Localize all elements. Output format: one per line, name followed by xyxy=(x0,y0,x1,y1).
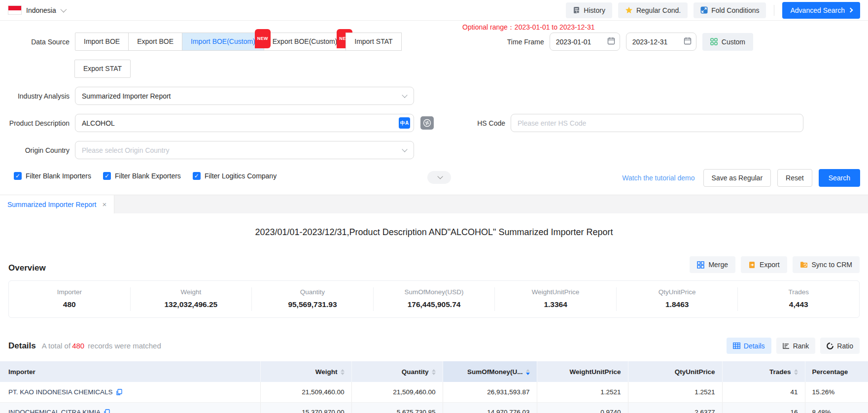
calendar-icon xyxy=(684,37,692,45)
filter-blank-exporters-checkbox[interactable]: ✓ Filter Blank Exporters xyxy=(103,172,181,180)
search-form: Optional range：2023-01-01 to 2023-12-31 … xyxy=(0,21,868,188)
cell-wup: 1.2521 xyxy=(537,382,628,402)
result-tab-summarized-importer-report[interactable]: Summarized Importer Report × xyxy=(0,195,114,213)
report-title: 2023/01/01-2023/12/31,Product Descriptio… xyxy=(0,227,868,238)
checkbox-checked-icon: ✓ xyxy=(103,172,111,180)
stat-importer: Importer480 xyxy=(9,287,130,311)
cell-weight: 21,509,460.00 xyxy=(260,382,351,402)
tab-import-boe[interactable]: Import BOE xyxy=(75,33,129,51)
tutorial-demo-link[interactable]: Watch the tutorial demo xyxy=(622,174,694,182)
advanced-search-button[interactable]: Advanced Search xyxy=(782,2,860,19)
indonesia-flag-icon xyxy=(8,5,22,15)
cell-weight: 15,370,870.00 xyxy=(260,402,351,413)
merge-button[interactable]: Merge xyxy=(690,256,735,273)
col-trades[interactable]: Trades xyxy=(722,361,805,382)
product-description-input[interactable] xyxy=(75,114,414,132)
view-switcher: Details Rank Ratio xyxy=(727,338,860,354)
details-heading-group: Details A total of480 records were match… xyxy=(8,341,161,351)
date-from-field[interactable] xyxy=(550,33,620,51)
translate-icon[interactable]: 中A xyxy=(399,117,410,129)
hs-code-input[interactable] xyxy=(511,114,803,132)
importer-name-link[interactable]: PT. KAO INDONESIA CHEMICALS xyxy=(8,388,113,396)
top-bar: Indonesia History Regular Cond. Fold Con… xyxy=(0,0,868,21)
copy-icon[interactable] xyxy=(116,389,122,395)
origin-country-select[interactable] xyxy=(75,141,414,159)
expand-conditions-button[interactable] xyxy=(427,171,451,184)
overview-heading: Overview xyxy=(8,263,46,273)
custom-range-button[interactable]: Custom xyxy=(702,33,753,51)
star-icon xyxy=(625,6,633,14)
overview-actions: Merge Export Sync to CRM xyxy=(690,256,860,273)
data-source-tabs: Import BOE Export BOE Import BOE(Custom)… xyxy=(75,33,402,51)
stat-weight: Weight132,032,496.25 xyxy=(130,287,252,311)
chevron-down-icon xyxy=(60,6,67,13)
history-button[interactable]: History xyxy=(566,2,612,18)
save-as-regular-button[interactable]: Save as Regular xyxy=(703,169,771,187)
form-actions: Watch the tutorial demo Save as Regular … xyxy=(622,169,860,187)
rank-icon xyxy=(783,343,790,349)
optional-range-text: Optional range：2023-01-01 to 2023-12-31 xyxy=(462,23,595,32)
export-button[interactable]: Export xyxy=(741,256,787,273)
filter-blank-importers-checkbox[interactable]: ✓ Filter Blank Importers xyxy=(14,172,91,180)
search-button[interactable]: Search xyxy=(819,169,860,187)
view-rank-button[interactable]: Rank xyxy=(776,338,816,354)
cell-wup: 0.9740 xyxy=(537,402,628,413)
checkbox-checked-icon: ✓ xyxy=(14,172,22,180)
tab-import-stat[interactable]: Import STAT xyxy=(346,33,401,51)
result-tab-bar: Summarized Importer Report × xyxy=(0,195,868,213)
filter-checkboxes: ✓ Filter Blank Importers ✓ Filter Blank … xyxy=(14,172,277,180)
reset-button[interactable]: Reset xyxy=(777,169,812,187)
cell-qup: 1.2521 xyxy=(628,382,722,402)
col-weight[interactable]: Weight xyxy=(260,361,351,382)
country-selector[interactable]: Indonesia xyxy=(8,5,65,15)
details-heading: Details xyxy=(8,341,36,351)
industry-analysis-value[interactable] xyxy=(75,87,414,105)
regular-cond-button[interactable]: Regular Cond. xyxy=(618,2,688,18)
folder-sync-icon xyxy=(800,261,808,268)
stat-trades: Trades4,443 xyxy=(737,287,859,311)
col-quantity[interactable]: Quantity xyxy=(351,361,443,382)
chevron-down-icon xyxy=(437,173,443,179)
tab-export-boe[interactable]: Export BOE xyxy=(128,33,182,51)
importer-name-link[interactable]: INDOCHEMICAL CITRA KIMIA xyxy=(8,409,101,413)
product-description-label: Product Description xyxy=(0,119,75,127)
cell-percentage: 8.48% xyxy=(805,402,868,413)
history-icon xyxy=(573,6,580,14)
tab-import-boe-custom[interactable]: Import BOE(Custom)NEW xyxy=(182,33,264,51)
stat-quantity: Quantity95,569,731.93 xyxy=(251,287,373,311)
sort-icon-active[interactable] xyxy=(526,369,530,375)
new-badge: NEW xyxy=(255,29,271,48)
sync-to-crm-button[interactable]: Sync to CRM xyxy=(793,256,860,273)
col-qty-unit-price: QtyUnitPrice xyxy=(628,361,722,382)
custom-icon xyxy=(710,38,718,45)
stat-weight-unit-price: WeightUnitPrice1.3364 xyxy=(494,287,616,311)
tab-export-boe-custom[interactable]: Export BOE(Custom)NEW xyxy=(264,33,346,51)
table-row: PT. KAO INDONESIA CHEMICALS 21,509,460.0… xyxy=(0,382,868,402)
matched-count: 480 xyxy=(70,342,86,350)
fold-conditions-button[interactable]: Fold Conditions xyxy=(694,2,766,18)
swap-icon xyxy=(423,119,431,127)
top-actions: History Regular Cond. Fold Conditions Ad… xyxy=(566,2,860,19)
data-source-row-2: Export STAT xyxy=(0,60,868,78)
col-importer: Importer xyxy=(0,361,260,382)
fold-icon xyxy=(700,6,708,14)
stat-sum-of-money: SumOfMoney(USD)176,445,905.74 xyxy=(373,287,495,311)
chevron-right-icon xyxy=(848,8,853,13)
filters-row: ✓ Filter Blank Importers ✓ Filter Blank … xyxy=(0,168,868,188)
sort-icon[interactable] xyxy=(341,369,345,375)
sort-icon[interactable] xyxy=(432,369,436,375)
tab-export-stat[interactable]: Export STAT xyxy=(74,60,131,78)
view-ratio-button[interactable]: Ratio xyxy=(820,338,860,354)
date-to-field[interactable] xyxy=(626,33,696,51)
origin-country-input[interactable] xyxy=(75,141,414,159)
table-row: INDOCHEMICAL CITRA KIMIA 15,370,870.00 5… xyxy=(0,402,868,413)
industry-analysis-select[interactable] xyxy=(75,87,414,105)
copy-icon[interactable] xyxy=(104,409,110,413)
cell-trades: 16 xyxy=(722,402,805,413)
filter-logistics-company-checkbox[interactable]: ✓ Filter Logitics Company xyxy=(193,172,277,180)
synonym-expand-button[interactable] xyxy=(420,116,434,130)
close-icon[interactable]: × xyxy=(103,200,107,208)
view-details-button[interactable]: Details xyxy=(727,338,771,354)
col-sum-of-money[interactable]: SumOfMoney(U... xyxy=(443,361,537,382)
sort-icon[interactable] xyxy=(794,369,798,375)
